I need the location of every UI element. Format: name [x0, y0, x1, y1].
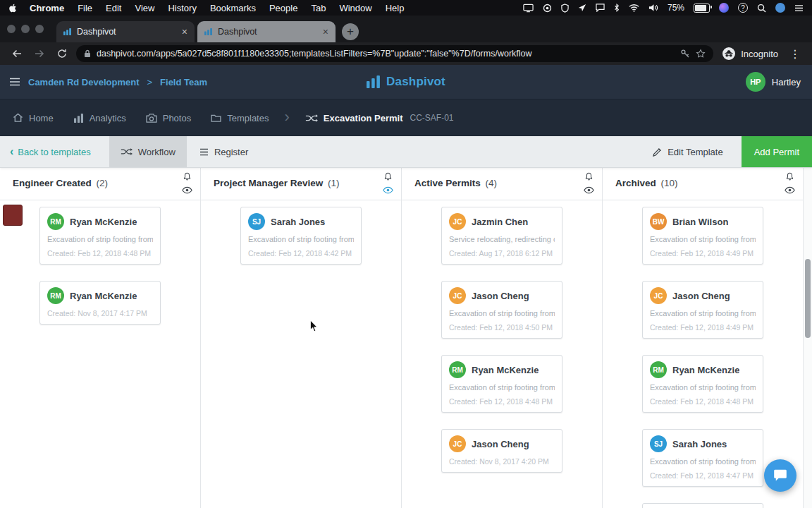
chevron-right-icon: ›: [284, 108, 289, 126]
battery-icon[interactable]: [694, 4, 710, 13]
nav-item-analytics[interactable]: Analytics: [73, 113, 126, 123]
card-author-name: Brian Wilson: [672, 217, 728, 227]
eye-icon[interactable]: [383, 186, 393, 194]
menubar-item-file[interactable]: File: [78, 3, 92, 13]
help-menu-icon[interactable]: ?: [738, 3, 748, 13]
shield-icon[interactable]: [561, 4, 569, 13]
user-avatar[interactable]: HP: [746, 72, 765, 92]
card-author-name: Jason Cheng: [472, 439, 529, 449]
card-author-name: Ryan McKenzie: [70, 291, 137, 301]
permit-card[interactable]: RMRyan McKenzieCreated: Nov 8, 2017 4:17…: [39, 281, 161, 325]
add-permit-button[interactable]: Add Permit: [742, 136, 812, 167]
permit-card[interactable]: JCJason ChengCreated: Nov 8, 2017 4:20 P…: [441, 429, 562, 473]
menubar-item-view[interactable]: View: [135, 3, 154, 13]
url-omnibox[interactable]: dashpivot.com/apps/5a027d5c8f801f1180e33…: [76, 45, 713, 62]
column-title: Active Permits (4): [414, 178, 497, 188]
bluetooth-icon[interactable]: [614, 3, 620, 13]
card-author-name: Ryan McKenzie: [472, 365, 539, 375]
bell-icon[interactable]: [584, 172, 593, 181]
siri-icon[interactable]: [719, 3, 729, 13]
edit-template-button[interactable]: Edit Template: [641, 136, 734, 167]
location-icon[interactable]: [578, 4, 586, 12]
menubar-item-history[interactable]: History: [168, 3, 196, 13]
menubar-item-window[interactable]: Window: [339, 3, 371, 13]
incognito-badge: Incognito: [722, 47, 778, 61]
card-created-date: Created: Feb 12, 2018 4:48 PM: [47, 249, 153, 258]
forward-button[interactable]: [31, 45, 48, 62]
window-close-button[interactable]: [7, 25, 16, 33]
card-description: Excavation of strip footing from ...: [650, 309, 756, 318]
notification-center-icon[interactable]: [794, 4, 804, 12]
card-list: JCJazmin ChenService relocating, redirec…: [402, 200, 602, 473]
wifi-icon[interactable]: [629, 4, 639, 12]
new-tab-button[interactable]: +: [342, 23, 359, 40]
tab-close-icon[interactable]: ×: [182, 27, 187, 37]
status-circle-icon[interactable]: [543, 4, 552, 13]
tab-dashpivot-active[interactable]: Dashpivot ×: [56, 21, 195, 42]
permit-card[interactable]: JCJason ChengExcavation of strip footing…: [441, 281, 562, 339]
nav-item-templates[interactable]: Templates: [211, 113, 269, 123]
current-template: Excavation Permit CC-SAF-01: [305, 113, 454, 123]
board-column-active-permits: Active Permits (4)JCJazmin ChenService r…: [402, 168, 603, 508]
column-header: Project Manager Review (1): [201, 168, 401, 200]
dashpivot-logo-icon: [367, 75, 381, 88]
eye-icon[interactable]: [584, 186, 594, 194]
intercom-chat-button[interactable]: [764, 459, 796, 492]
card-description: Excavation of strip footing from ...: [650, 235, 756, 244]
permit-card[interactable]: RMRyan McKenzieExcavation of strip footi…: [642, 355, 763, 413]
menubar-item-tab[interactable]: Tab: [311, 3, 326, 13]
bell-icon[interactable]: [785, 172, 794, 181]
apple-logo-icon[interactable]: [8, 3, 17, 13]
permit-card[interactable]: [642, 503, 763, 508]
nav-label: Templates: [227, 113, 269, 123]
template-name: Excavation Permit: [324, 113, 403, 123]
incognito-icon: [722, 47, 736, 61]
user-switch-icon[interactable]: [775, 3, 785, 13]
bell-icon[interactable]: [183, 172, 192, 181]
permit-card[interactable]: JCJazmin ChenService relocating, redirec…: [441, 207, 562, 265]
permit-card[interactable]: SJSarah JonesExcavation of strip footing…: [642, 429, 763, 487]
card-description: Excavation of strip footing from ...: [650, 383, 756, 392]
back-button[interactable]: [8, 45, 25, 62]
spotlight-search-icon[interactable]: [757, 4, 766, 13]
avatar: JC: [449, 287, 466, 304]
menubar-item-help[interactable]: Help: [386, 3, 405, 13]
display-mirroring-icon[interactable]: [523, 4, 534, 13]
permit-card[interactable]: JCJason ChengExcavation of strip footing…: [642, 281, 763, 339]
menubar-item-chrome[interactable]: Chrome: [30, 3, 64, 13]
back-to-templates-link[interactable]: ‹ Back to templates: [10, 136, 91, 167]
permit-card[interactable]: RMRyan McKenzieExcavation of strip footi…: [441, 355, 562, 413]
permit-card[interactable]: SJSarah JonesExcavation of strip footing…: [240, 207, 362, 265]
permit-card[interactable]: RMRyan McKenzieExcavation of strip footi…: [39, 207, 161, 265]
tab-workflow[interactable]: Workflow: [109, 136, 187, 167]
eye-icon[interactable]: [785, 186, 795, 194]
incognito-label: Incognito: [741, 49, 778, 59]
tab-register[interactable]: Register: [187, 136, 261, 167]
browser-menu-icon[interactable]: ⋮: [787, 47, 804, 61]
breadcrumb-separator: >: [147, 77, 152, 87]
menubar-item-people[interactable]: People: [269, 3, 297, 13]
breadcrumb-project[interactable]: Camden Rd Development: [28, 77, 139, 87]
window-minimize-button[interactable]: [21, 25, 30, 33]
menubar-item-bookmarks[interactable]: Bookmarks: [210, 3, 256, 13]
permit-card[interactable]: BWBrian WilsonExcavation of strip footin…: [642, 207, 763, 265]
reload-button[interactable]: [54, 45, 70, 62]
menubar-item-edit[interactable]: Edit: [106, 3, 121, 13]
scrollbar-thumb[interactable]: [805, 259, 811, 338]
tab-dashpivot-inactive[interactable]: Dashpivot ×: [197, 21, 336, 42]
window-zoom-button[interactable]: [35, 25, 44, 33]
breadcrumb-team[interactable]: Field Team: [160, 77, 207, 87]
board-column-archived: Archived (10)BWBrian WilsonExcavation of…: [603, 168, 804, 508]
hamburger-menu-icon[interactable]: [9, 78, 20, 86]
nav-item-photos[interactable]: Photos: [146, 113, 191, 123]
bookmark-star-icon[interactable]: [696, 49, 706, 59]
password-key-icon[interactable]: [680, 49, 690, 59]
avatar: JC: [650, 287, 667, 304]
tab-close-icon[interactable]: ×: [323, 27, 328, 37]
nav-item-home[interactable]: Home: [13, 113, 54, 123]
bell-icon[interactable]: [383, 172, 393, 181]
eye-icon[interactable]: [182, 186, 192, 194]
user-name[interactable]: Hartley: [772, 77, 801, 87]
chat-status-icon[interactable]: [596, 4, 605, 12]
volume-icon[interactable]: [648, 4, 658, 12]
